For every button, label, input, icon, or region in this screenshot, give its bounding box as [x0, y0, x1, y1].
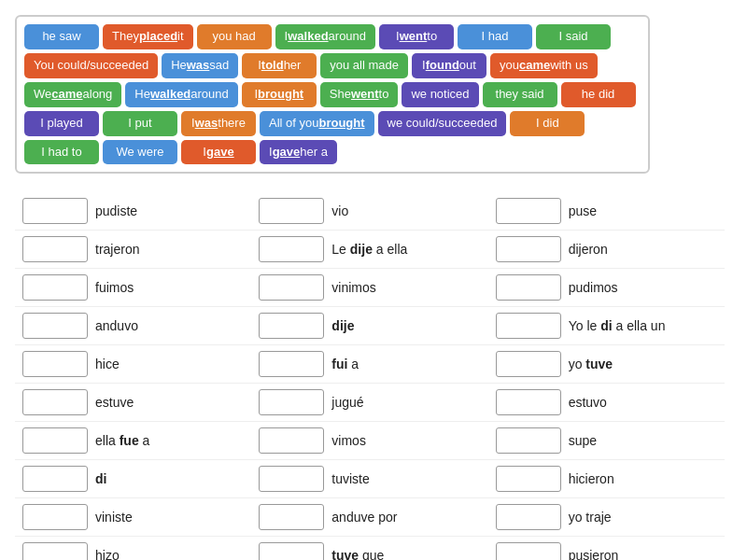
answer-box[interactable] — [22, 236, 88, 262]
answer-box[interactable] — [496, 351, 561, 377]
match-item-r1-c2: dijeron — [488, 231, 725, 269]
answer-box[interactable] — [259, 466, 324, 492]
tile-t17[interactable]: She went to — [320, 82, 399, 107]
match-label: pusieron — [569, 548, 619, 560]
answer-box[interactable] — [259, 389, 324, 415]
tile-t25[interactable]: we could/succeeded — [378, 111, 507, 136]
match-item-r1-c0: trajeron — [15, 231, 251, 269]
tile-t15[interactable]: He walked around — [125, 82, 237, 107]
tile-t4[interactable]: I walked around — [275, 24, 375, 49]
match-item-r0-c2: puse — [488, 192, 725, 231]
answer-box[interactable] — [22, 466, 88, 492]
answer-box[interactable] — [259, 274, 324, 301]
match-label: di — [95, 471, 106, 486]
tile-t8[interactable]: You could/succeeded — [24, 53, 158, 78]
match-label: vimos — [331, 433, 366, 448]
match-label: jugué — [331, 395, 363, 410]
match-item-r2-c1: vinimos — [251, 269, 487, 307]
match-label: tuve que — [331, 548, 384, 560]
answer-box[interactable] — [259, 351, 324, 377]
match-label: dijeron — [569, 242, 608, 257]
answer-box[interactable] — [22, 504, 88, 530]
match-item-r7-c0: di — [15, 460, 251, 498]
answer-box[interactable] — [22, 389, 88, 415]
answer-box[interactable] — [259, 427, 324, 454]
tile-t27[interactable]: I had to — [24, 140, 99, 165]
tile-t18[interactable]: we noticed — [402, 82, 478, 107]
tile-t29[interactable]: I gave — [181, 140, 256, 165]
match-item-r6-c2: supe — [488, 422, 725, 460]
tile-t9[interactable]: He was sad — [162, 53, 238, 78]
match-label: Le dije a ella — [331, 242, 407, 257]
tile-t22[interactable]: I put — [103, 111, 177, 136]
tile-t5[interactable]: I went to — [379, 24, 454, 49]
tiles-container[interactable]: he sawThey placed ityou hadI walked arou… — [15, 15, 650, 174]
tile-t13[interactable]: you came with us — [490, 53, 598, 78]
answer-box[interactable] — [496, 542, 561, 560]
answer-box[interactable] — [496, 466, 561, 492]
match-item-r9-c0: hizo — [15, 537, 251, 560]
match-item-r3-c1: dije — [251, 307, 487, 345]
match-label: hice — [95, 357, 120, 371]
answer-box[interactable] — [259, 313, 324, 339]
tile-t3[interactable]: you had — [197, 24, 272, 49]
answer-box[interactable] — [22, 313, 88, 339]
answer-box[interactable] — [496, 504, 561, 530]
tile-t1[interactable]: he saw — [24, 24, 99, 49]
match-item-r2-c0: fuimos — [15, 269, 251, 307]
tile-t16[interactable]: I brought — [242, 82, 317, 107]
match-item-r5-c2: estuvo — [488, 384, 725, 422]
match-item-r4-c1: fui a — [251, 345, 487, 384]
tile-t2[interactable]: They placed it — [103, 24, 193, 49]
match-item-r0-c1: vio — [251, 192, 487, 231]
match-label: pudimos — [569, 280, 618, 295]
answer-box[interactable] — [496, 236, 561, 262]
tile-t11[interactable]: you all made — [320, 53, 408, 78]
match-label: estuvo — [569, 395, 607, 410]
tile-t6[interactable]: I had — [458, 24, 532, 49]
answer-box[interactable] — [496, 198, 561, 224]
answer-box[interactable] — [496, 427, 561, 454]
tile-t14[interactable]: We came along — [24, 82, 121, 107]
answer-box[interactable] — [22, 274, 88, 301]
tile-t30[interactable]: I gave her a — [260, 140, 337, 165]
match-item-r4-c2: yo tuve — [488, 345, 725, 384]
answer-box[interactable] — [496, 313, 561, 339]
match-label: vio — [331, 203, 348, 218]
match-item-r4-c0: hice — [15, 345, 251, 384]
tile-t7[interactable]: I said — [536, 24, 611, 49]
answer-box[interactable] — [22, 427, 88, 454]
match-item-r1-c1: Le dije a ella — [251, 231, 487, 269]
tile-t26[interactable]: I did — [510, 111, 585, 136]
match-item-r6-c0: ella fue a — [15, 422, 251, 460]
match-label: yo tuve — [569, 357, 613, 371]
answer-box[interactable] — [22, 351, 88, 377]
tile-t23[interactable]: I was there — [181, 111, 256, 136]
tile-t21[interactable]: I played — [24, 111, 99, 136]
tile-t24[interactable]: All of you brought — [260, 111, 374, 136]
match-label: estuve — [95, 395, 134, 410]
match-item-r8-c0: viniste — [15, 498, 251, 537]
tile-t28[interactable]: We were — [103, 140, 177, 165]
match-label: pudiste — [95, 203, 137, 218]
answer-box[interactable] — [496, 274, 561, 301]
match-item-r6-c1: vimos — [251, 422, 487, 460]
match-label: Yo le di a ella un — [569, 318, 666, 333]
tile-t10[interactable]: I told her — [242, 53, 317, 78]
match-item-r9-c1: tuve que — [251, 537, 487, 560]
answer-box[interactable] — [259, 198, 324, 224]
tile-t19[interactable]: they said — [483, 82, 557, 107]
match-item-r2-c2: pudimos — [488, 269, 725, 307]
answer-box[interactable] — [496, 389, 561, 415]
match-item-r8-c1: anduve por — [251, 498, 487, 537]
tile-t12[interactable]: I found out — [412, 53, 486, 78]
answer-box[interactable] — [22, 198, 88, 224]
answer-box[interactable] — [259, 542, 324, 560]
match-label: viniste — [95, 510, 133, 525]
answer-box[interactable] — [259, 504, 324, 530]
answer-box[interactable] — [259, 236, 324, 262]
match-label: supe — [569, 433, 597, 448]
tile-t20[interactable]: he did — [561, 82, 636, 107]
match-label: trajeron — [95, 242, 139, 257]
answer-box[interactable] — [22, 542, 88, 560]
